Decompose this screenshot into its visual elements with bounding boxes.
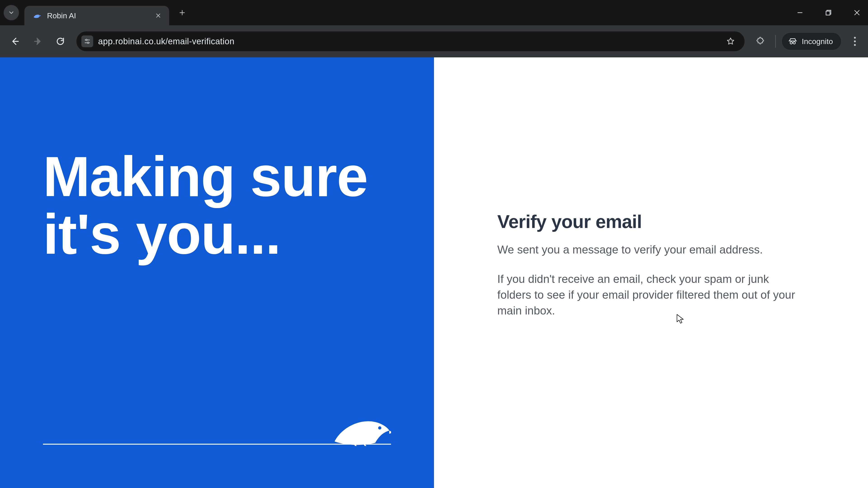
- nav-forward-button[interactable]: [29, 33, 46, 50]
- page-title: Verify your email: [497, 211, 805, 232]
- minimize-icon: [796, 9, 804, 16]
- maximize-icon: [825, 9, 832, 16]
- incognito-indicator[interactable]: Incognito: [782, 33, 841, 50]
- svg-point-4: [88, 42, 89, 43]
- svg-point-3: [86, 39, 87, 41]
- incognito-label: Incognito: [802, 37, 833, 46]
- bird-icon: [33, 11, 41, 20]
- arrow-left-icon: [10, 37, 20, 46]
- window-close-button[interactable]: [851, 7, 863, 18]
- nav-reload-button[interactable]: [52, 33, 69, 50]
- tab-close-button[interactable]: [154, 11, 163, 20]
- url-text: app.robinai.co.uk/email-verification: [98, 37, 235, 46]
- hero-panel: Making sure it's you...: [0, 57, 434, 488]
- tab-strip: Robin AI: [0, 0, 868, 25]
- window-minimize-button[interactable]: [794, 7, 806, 18]
- tab-title: Robin AI: [47, 11, 148, 20]
- tab-favicon: [33, 11, 41, 20]
- incognito-icon: [788, 37, 797, 46]
- svg-point-0: [39, 15, 40, 15]
- page-viewport: Making sure it's you... Verify your emai…: [0, 57, 868, 488]
- arrow-right-icon: [33, 37, 42, 46]
- verify-message-line-2: If you didn't receive an email, check yo…: [497, 271, 805, 319]
- svg-point-6: [793, 42, 796, 44]
- nav-back-button[interactable]: [6, 33, 24, 50]
- browser-menu-button[interactable]: [848, 33, 862, 50]
- plus-icon: [179, 9, 186, 16]
- search-tabs-button[interactable]: [4, 5, 19, 20]
- kebab-icon: [854, 37, 856, 46]
- chevron-down-icon: [8, 9, 15, 16]
- close-icon: [853, 9, 861, 16]
- address-bar[interactable]: app.robinai.co.uk/email-verification: [76, 31, 745, 51]
- window-maximize-button[interactable]: [823, 7, 834, 18]
- bird-icon: [332, 414, 391, 446]
- content-panel: Verify your email We sent you a message …: [434, 57, 868, 488]
- browser-toolbar: app.robinai.co.uk/email-verification: [0, 25, 868, 57]
- hero-underline: [43, 444, 391, 445]
- site-info-button[interactable]: [81, 35, 93, 47]
- svg-rect-2: [826, 11, 830, 15]
- window-controls: [794, 0, 863, 25]
- browser-tab[interactable]: Robin AI: [24, 6, 169, 25]
- toolbar-divider: [775, 35, 776, 48]
- hero-headline: Making sure it's you...: [43, 148, 391, 263]
- brand-bird-illustration: [332, 414, 391, 446]
- browser-chrome: Robin AI: [0, 0, 868, 57]
- star-icon: [726, 37, 735, 46]
- extensions-button[interactable]: [752, 33, 770, 50]
- reload-icon: [56, 37, 65, 46]
- new-tab-button[interactable]: [176, 6, 189, 20]
- svg-point-5: [790, 42, 792, 44]
- bookmark-button[interactable]: [723, 34, 738, 48]
- tune-icon: [84, 38, 91, 45]
- puzzle-icon: [756, 37, 765, 46]
- close-icon: [155, 13, 161, 19]
- svg-point-7: [378, 426, 381, 429]
- verify-message-line-1: We sent you a message to verify your ema…: [497, 242, 805, 258]
